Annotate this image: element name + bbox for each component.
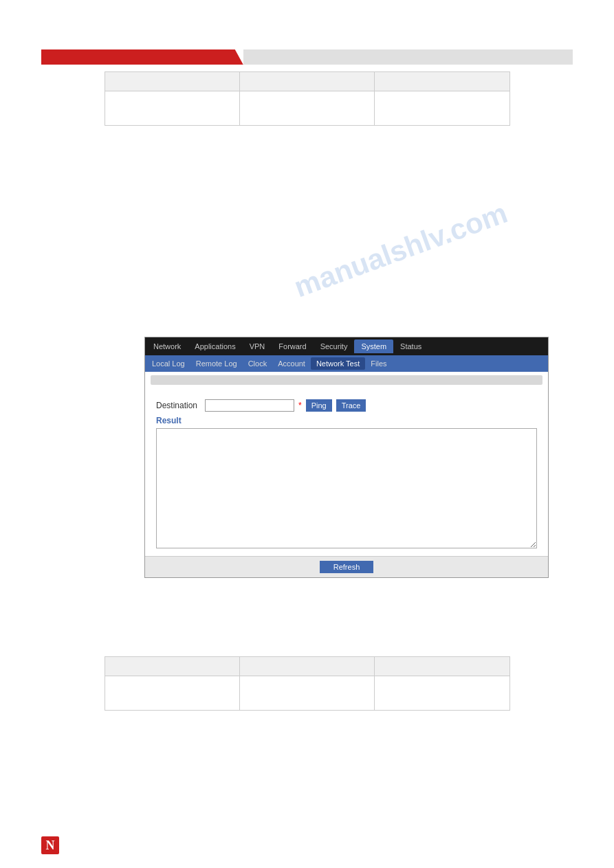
bottom-table-header-1 (105, 657, 239, 676)
nav-item-security[interactable]: Security (314, 340, 355, 353)
result-textarea[interactable] (156, 428, 537, 548)
top-table-cell-3 (375, 91, 509, 126)
bottom-table-cell-3 (375, 676, 509, 711)
bottom-table-wrapper (102, 656, 512, 711)
nav-item-network[interactable]: Network (146, 340, 188, 353)
sub-nav-remote-log[interactable]: Remote Log (190, 357, 243, 370)
destination-label: Destination (156, 401, 201, 410)
bottom-table-cell-1 (105, 676, 239, 711)
top-table (105, 71, 510, 126)
logo-letter: N (41, 836, 59, 854)
bottom-table-cell-2 (239, 676, 374, 711)
panel-content: Destination * Ping Trace Result (145, 388, 548, 556)
nav-bar: Network Applications VPN Forward Securit… (145, 337, 548, 355)
trace-button[interactable]: Trace (336, 399, 366, 412)
sub-nav-network-test[interactable]: Network Test (311, 357, 365, 370)
nav-item-status[interactable]: Status (393, 340, 428, 353)
bottom-table (105, 656, 510, 711)
destination-row: Destination * Ping Trace (156, 399, 537, 412)
nav-item-forward[interactable]: Forward (272, 340, 313, 353)
main-panel: Network Applications VPN Forward Securit… (144, 337, 549, 578)
sub-nav-clock[interactable]: Clock (243, 357, 273, 370)
watermark: manualshlv.com (290, 197, 512, 304)
top-table-cell-2 (239, 91, 374, 126)
gray-strip (151, 375, 542, 385)
bottom-table-header-3 (375, 657, 509, 676)
top-bar (41, 49, 573, 65)
top-bar-gray (243, 49, 573, 65)
nav-item-vpn[interactable]: VPN (243, 340, 272, 353)
top-table-header-3 (375, 72, 509, 91)
sub-nav-local-log[interactable]: Local Log (146, 357, 190, 370)
sub-nav-bar: Local Log Remote Log Clock Account Netwo… (145, 355, 548, 372)
top-bar-red (41, 49, 243, 65)
bottom-table-header-2 (239, 657, 374, 676)
panel-footer: Refresh (145, 556, 548, 577)
bottom-table-row (105, 676, 509, 711)
nav-item-applications[interactable]: Applications (188, 340, 242, 353)
sub-nav-account[interactable]: Account (272, 357, 311, 370)
destination-input[interactable] (205, 399, 294, 412)
bottom-logo: N (41, 836, 59, 854)
top-table-wrapper (102, 71, 512, 126)
top-table-header-1 (105, 72, 239, 91)
ping-button[interactable]: Ping (306, 399, 332, 412)
refresh-button[interactable]: Refresh (320, 561, 374, 573)
nav-item-system[interactable]: System (354, 340, 393, 353)
required-star: * (298, 401, 302, 410)
result-label: Result (156, 416, 537, 425)
top-table-row (105, 91, 509, 126)
sub-nav-files[interactable]: Files (365, 357, 392, 370)
top-table-cell-1 (105, 91, 239, 126)
top-table-header-2 (239, 72, 374, 91)
